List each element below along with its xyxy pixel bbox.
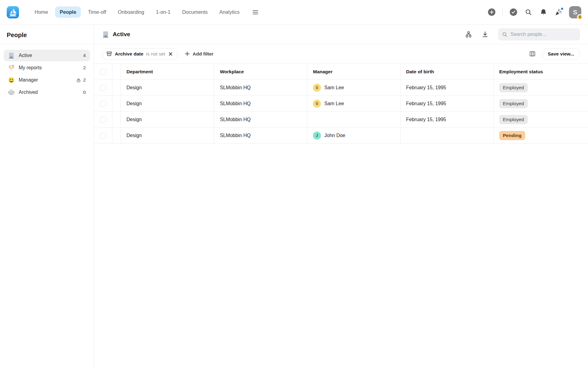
add-filter-button[interactable]: Add filter	[185, 51, 213, 57]
sailboat-logo-icon[interactable]	[7, 6, 19, 18]
spacer-cell	[112, 128, 121, 143]
org-chart-icon[interactable]	[465, 31, 472, 38]
manager-avatar: S	[313, 100, 321, 108]
column-header-workplace[interactable]: Workplace	[214, 64, 307, 79]
nav-item-people[interactable]: People	[55, 6, 81, 18]
nav-item-onboarding[interactable]: Onboarding	[113, 6, 149, 18]
cell-manager: S Sam Lee	[307, 96, 401, 111]
sidebar-title: People	[7, 32, 27, 39]
row-checkbox[interactable]	[100, 101, 106, 107]
table-row[interactable]: Design SLMobbin HQ S Sam Lee February 15…	[94, 80, 588, 96]
status-badge: Employed	[499, 83, 528, 92]
lock-icon	[76, 78, 81, 82]
filter-chip-archive-date[interactable]: Archive date is not set	[102, 48, 178, 60]
search-icon[interactable]	[524, 8, 533, 17]
cell-date-of-birth-empty	[401, 128, 494, 143]
main-content: Active	[94, 25, 588, 368]
cell-department: Design	[121, 80, 214, 95]
select-all-checkbox[interactable]	[100, 69, 106, 75]
sidebar-item-label: Archived	[19, 90, 83, 95]
filter-field-label: Archive date	[115, 51, 143, 57]
check-circle-icon[interactable]	[509, 8, 518, 17]
nav-item-analytics[interactable]: Analytics	[215, 6, 244, 18]
sidebar-item-count: 4	[83, 53, 86, 58]
status-badge: Employed	[499, 115, 528, 124]
sidebar-item-manager[interactable]: Manager 2	[4, 74, 90, 86]
sidebar: People Active 4	[0, 25, 94, 368]
table-row[interactable]: Design SLMobbin HQ S Sam Lee February 15…	[94, 96, 588, 112]
column-header-date-of-birth[interactable]: Date of birth	[401, 64, 494, 79]
sidebar-view-list: Active 4 My reports 2	[0, 44, 94, 98]
table-row[interactable]: Design SLMobbin HQ J John Doe Pending	[94, 128, 588, 144]
sidebar-item-archived[interactable]: Archived 0	[4, 86, 90, 98]
close-icon[interactable]	[168, 51, 173, 57]
top-nav: Home People Time-off Onboarding 1-on-1 D…	[0, 0, 588, 25]
robot-icon	[8, 89, 15, 96]
party-popper-icon[interactable]	[554, 8, 563, 17]
sidebar-item-my-reports[interactable]: My reports 2	[4, 62, 90, 74]
main-nav: Home People Time-off Onboarding 1-on-1 D…	[30, 6, 261, 18]
view-header: Active	[94, 25, 588, 44]
manager-name: Sam Lee	[324, 85, 344, 90]
column-header-department[interactable]: Department	[121, 64, 214, 79]
topnav-actions: S S	[487, 6, 581, 18]
table-header-row: Department Workplace Manager Date of bir…	[94, 63, 588, 80]
nav-item-1-on-1[interactable]: 1-on-1	[151, 6, 175, 18]
spacer-cell	[112, 112, 121, 127]
avatar-status-badge: S	[577, 14, 583, 20]
column-header-manager[interactable]: Manager	[307, 64, 401, 79]
cell-workplace: SLMobbin HQ	[214, 80, 307, 95]
bell-icon[interactable]	[539, 8, 548, 17]
people-table: Department Workplace Manager Date of bir…	[94, 63, 588, 144]
hamburger-menu-icon[interactable]	[250, 6, 261, 18]
user-avatar[interactable]: S S	[569, 6, 581, 18]
nav-item-time-off[interactable]: Time-off	[83, 6, 111, 18]
notification-dot	[560, 7, 564, 10]
add-filter-label: Add filter	[193, 51, 213, 57]
office-building-icon	[8, 52, 15, 59]
page-title: Active	[113, 31, 130, 38]
nav-item-documents[interactable]: Documents	[178, 6, 212, 18]
manager-name: John Doe	[324, 133, 345, 138]
cell-workplace: SLMobbin HQ	[214, 112, 307, 127]
spacer-cell	[112, 96, 121, 111]
cell-date-of-birth: February 15, 1995	[401, 96, 494, 111]
cell-date-of-birth: February 15, 1995	[401, 80, 494, 95]
cell-manager-empty	[307, 112, 401, 127]
cell-date-of-birth: February 15, 1995	[401, 112, 494, 127]
spacer-cell	[112, 80, 121, 95]
cell-workplace: SLMobbin HQ	[214, 96, 307, 111]
filter-condition-label: is not set	[146, 51, 165, 57]
spacer-cell	[112, 64, 121, 79]
filter-bar: Archive date is not set Add filter	[94, 44, 588, 63]
cell-manager: J John Doe	[307, 128, 401, 143]
cell-department: Design	[121, 112, 214, 127]
row-checkbox[interactable]	[100, 85, 106, 91]
search-people-input[interactable]	[511, 32, 576, 37]
manager-avatar: S	[313, 84, 321, 92]
cell-department: Design	[121, 96, 214, 111]
sidebar-item-active[interactable]: Active 4	[4, 50, 90, 61]
row-checkbox[interactable]	[100, 132, 106, 139]
sidebar-item-count: 0	[83, 90, 86, 95]
columns-icon[interactable]	[529, 50, 536, 57]
sidebar-item-label: My reports	[19, 65, 83, 71]
manager-name: Sam Lee	[324, 101, 344, 106]
sidebar-item-count: 2	[83, 77, 86, 83]
row-checkbox[interactable]	[100, 117, 106, 123]
cell-employment-status: Pending	[494, 128, 588, 143]
office-building-icon	[102, 31, 109, 38]
cell-department: Design	[121, 128, 214, 143]
status-badge: Employed	[499, 99, 528, 108]
status-badge: Pending	[499, 131, 525, 140]
save-view-button[interactable]: Save view...	[542, 48, 580, 60]
plus-circle-icon[interactable]	[487, 8, 496, 17]
archive-box-icon	[106, 51, 112, 57]
cell-employment-status: Employed	[494, 112, 588, 127]
download-icon[interactable]	[481, 31, 489, 38]
smiley-icon	[8, 77, 15, 83]
nav-item-home[interactable]: Home	[30, 6, 53, 18]
hamster-icon	[8, 64, 15, 71]
table-row[interactable]: Design SLMobbin HQ February 15, 1995 Emp…	[94, 112, 588, 128]
column-header-employment-status[interactable]: Employment status	[494, 64, 588, 79]
